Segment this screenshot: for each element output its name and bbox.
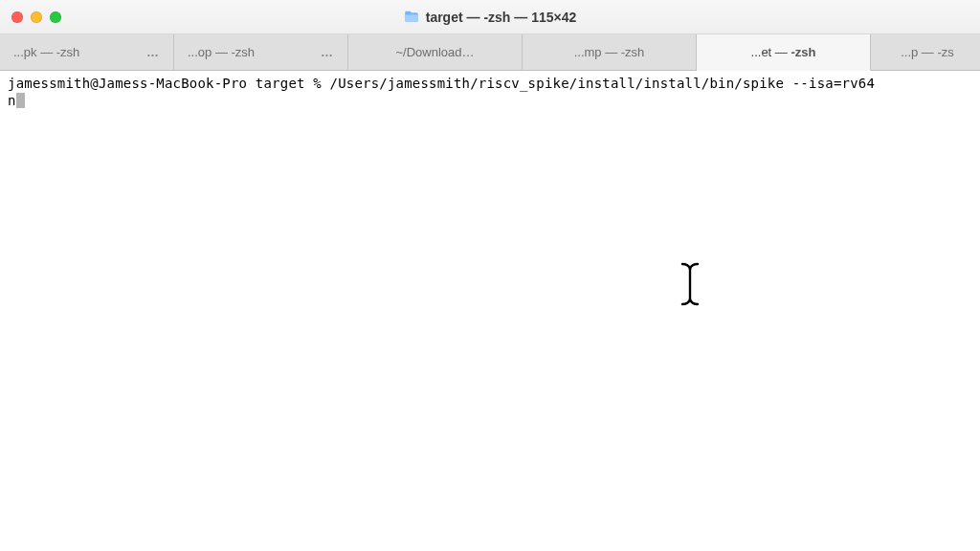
minimize-button[interactable] bbox=[31, 11, 42, 23]
tab-p[interactable]: ...p — -zs bbox=[871, 34, 980, 70]
command-text-line2: n bbox=[8, 92, 16, 109]
tab-label: ...pk — -zsh bbox=[13, 45, 79, 59]
window-title: target — -zsh — 115×42 bbox=[426, 10, 577, 25]
tab-label: ...op — -zsh bbox=[188, 45, 255, 59]
tab-pk[interactable]: ...pk — -zsh … bbox=[0, 34, 174, 70]
tab-mp[interactable]: ...mp — -zsh bbox=[523, 34, 697, 70]
tab-bar: ...pk — -zsh … ...op — -zsh … ~/Download… bbox=[0, 34, 980, 71]
tab-label: ...p — -zs bbox=[901, 45, 954, 59]
tab-label: ~/Download… bbox=[395, 45, 474, 59]
prompt: jamessmith@Jamess-MacBook-Pro target % bbox=[8, 76, 330, 91]
command-text: /Users/jamessmith/riscv_spike/install/in… bbox=[330, 76, 876, 91]
traffic-lights bbox=[11, 11, 61, 23]
tab-overflow-icon[interactable]: … bbox=[146, 45, 160, 59]
folder-icon bbox=[404, 11, 419, 23]
tab-et[interactable]: ...et — -zsh bbox=[697, 34, 871, 71]
text-cursor-icon bbox=[679, 261, 701, 307]
terminal-cursor bbox=[16, 93, 25, 108]
close-button[interactable] bbox=[11, 11, 23, 23]
window-title-group: target — -zsh — 115×42 bbox=[0, 10, 980, 25]
tab-downloads[interactable]: ~/Download… bbox=[348, 34, 523, 70]
tab-label: ...mp — -zsh bbox=[574, 45, 645, 59]
tab-op[interactable]: ...op — -zsh … bbox=[174, 34, 348, 70]
tab-label: ...et — -zsh bbox=[751, 45, 816, 59]
terminal-viewport[interactable]: jamessmith@Jamess-MacBook-Pro target % /… bbox=[0, 71, 980, 113]
window-titlebar: target — -zsh — 115×42 bbox=[0, 0, 980, 34]
maximize-button[interactable] bbox=[50, 11, 61, 23]
tab-overflow-icon[interactable]: … bbox=[321, 45, 334, 59]
